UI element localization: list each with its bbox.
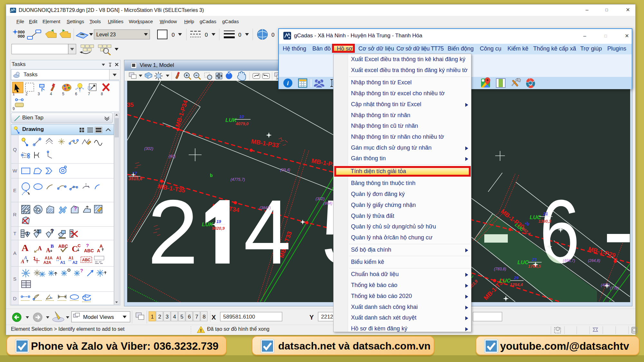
svg-text:(4775,7): (4775,7) xyxy=(231,177,245,182)
svg-text:(778): (778) xyxy=(610,286,619,291)
svg-text:LUC: LUC xyxy=(499,278,511,284)
svg-text:1: 1 xyxy=(33,255,36,261)
svg-text:589581.6100: 589581.6100 xyxy=(223,314,255,320)
svg-text:(466,7): (466,7) xyxy=(563,258,575,263)
svg-text:(99,4): (99,4) xyxy=(280,168,290,172)
svg-text:(480): (480) xyxy=(601,283,610,287)
svg-text:(302): (302) xyxy=(144,146,153,151)
svg-text:X: X xyxy=(212,314,216,321)
svg-text:E: E xyxy=(13,188,16,193)
svg-text:A1: A1 xyxy=(60,260,65,265)
svg-text:9: 9 xyxy=(13,107,15,111)
svg-text:1: 1 xyxy=(151,314,154,320)
svg-text:A2A: A2A xyxy=(43,260,51,265)
svg-text:(264,8): (264,8) xyxy=(588,258,600,263)
svg-text:7: 7 xyxy=(88,92,90,96)
svg-text:6: 6 xyxy=(75,92,77,96)
svg-text:(783,8): (783,8) xyxy=(494,267,506,271)
svg-text:3: 3 xyxy=(38,92,40,96)
svg-text:8: 8 xyxy=(203,314,205,320)
svg-text:2: 2 xyxy=(158,314,161,320)
svg-text:?: ? xyxy=(51,228,54,234)
svg-text:A2: A2 xyxy=(72,260,78,265)
svg-text:3: 3 xyxy=(166,314,168,320)
svg-text:ABC: ABC xyxy=(84,248,94,253)
svg-text:4: 4 xyxy=(173,314,176,320)
svg-text:(864): (864) xyxy=(323,201,332,206)
svg-text:17: 17 xyxy=(132,171,137,176)
svg-text:1: 1 xyxy=(26,232,28,236)
svg-text:6: 6 xyxy=(188,314,191,320)
svg-text:23: 23 xyxy=(532,257,537,262)
svg-text:5: 5 xyxy=(62,92,64,96)
svg-text:b: b xyxy=(210,173,213,178)
svg-text:3515,6: 3515,6 xyxy=(128,176,142,181)
svg-text:W: W xyxy=(13,168,17,173)
svg-text:A: A xyxy=(24,255,27,260)
svg-text:C: C xyxy=(78,243,81,248)
svg-text:ABC: ABC xyxy=(58,244,68,249)
svg-text:i: i xyxy=(287,80,289,87)
svg-text:0: 0 xyxy=(271,32,274,38)
svg-text:D: D xyxy=(13,296,17,301)
svg-text:1380,3: 1380,3 xyxy=(538,219,552,224)
svg-text:(302): (302) xyxy=(316,197,325,201)
svg-text:Q: Q xyxy=(13,147,17,152)
svg-text:8: 8 xyxy=(101,92,103,96)
svg-text:35: 35 xyxy=(127,101,134,108)
svg-text:4079,0: 4079,0 xyxy=(235,121,249,126)
svg-text:A1A: A1A xyxy=(45,256,52,260)
svg-text:B: B xyxy=(51,244,54,249)
svg-text:0: 0 xyxy=(172,32,175,38)
svg-text:Model Views: Model Views xyxy=(83,314,114,320)
svg-text:1254,4: 1254,4 xyxy=(510,282,523,287)
svg-text:0: 0 xyxy=(238,32,241,38)
svg-text:5: 5 xyxy=(180,314,183,320)
svg-text:R: R xyxy=(13,212,17,217)
svg-text:?: ? xyxy=(80,268,83,273)
svg-text:A: A xyxy=(22,242,29,253)
svg-text:A: A xyxy=(46,247,50,254)
svg-text:7: 7 xyxy=(195,314,198,320)
svg-text:0: 0 xyxy=(205,32,208,38)
svg-text:A1: A1 xyxy=(56,256,62,260)
svg-text:C: C xyxy=(72,244,78,254)
svg-text:Y: Y xyxy=(309,314,314,321)
svg-text:ABC: ABC xyxy=(82,258,90,262)
svg-text:?: ? xyxy=(86,243,89,248)
svg-text:4: 4 xyxy=(244,181,291,283)
svg-text:000: 000 xyxy=(18,34,25,39)
svg-text:?: ? xyxy=(74,206,77,211)
svg-text:4: 4 xyxy=(50,92,52,96)
svg-text:A1: A1 xyxy=(69,256,74,260)
svg-text:2: 2 xyxy=(147,181,198,283)
svg-text:21: 21 xyxy=(543,211,548,216)
svg-text:T: T xyxy=(13,231,16,236)
svg-text:!: ! xyxy=(200,328,202,333)
svg-text:1: 1 xyxy=(13,92,15,96)
svg-text:LUC: LUC xyxy=(517,259,529,265)
svg-text:Level 23: Level 23 xyxy=(96,32,116,37)
svg-text:2: 2 xyxy=(38,230,40,233)
svg-text:(60): (60) xyxy=(169,154,175,159)
svg-text:19: 19 xyxy=(216,219,221,224)
svg-text:A: A xyxy=(38,245,42,252)
svg-text:(3847): (3847) xyxy=(260,206,271,210)
svg-text:O: O xyxy=(67,268,71,273)
svg-text:A: A xyxy=(13,250,16,256)
svg-text:A: A xyxy=(97,248,100,253)
svg-text:S: S xyxy=(13,276,16,282)
svg-text:2: 2 xyxy=(25,92,28,96)
svg-text:10: 10 xyxy=(239,114,244,119)
svg-text:29: 29 xyxy=(514,275,519,280)
svg-text:9020,9: 9020,9 xyxy=(212,226,225,231)
